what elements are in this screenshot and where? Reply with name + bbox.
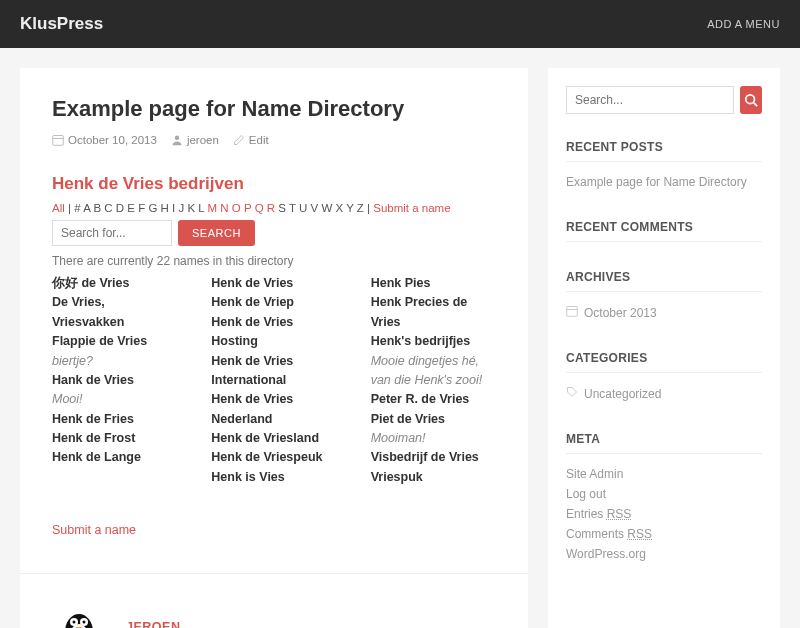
alpha-letter-B[interactable]: B xyxy=(93,202,101,214)
alpha-letter-G[interactable]: G xyxy=(148,202,157,214)
directory-name[interactable]: Henk de Vries Hosting xyxy=(211,313,336,352)
directory-name[interactable]: Peter R. de Vries xyxy=(371,390,496,409)
alpha-letter-T[interactable]: T xyxy=(289,202,296,214)
directory-name[interactable]: Mooiman! xyxy=(371,429,496,448)
directory-name[interactable]: Henk de Vriep xyxy=(211,293,336,312)
directory-search-input[interactable] xyxy=(52,220,172,246)
directory-name[interactable]: Henk de Vriesland xyxy=(211,429,336,448)
alpha-letter-F[interactable]: F xyxy=(138,202,145,214)
svg-line-13 xyxy=(754,103,758,107)
add-menu-link[interactable]: ADD A MENU xyxy=(707,18,780,30)
directory-name[interactable]: Henk de Fries xyxy=(52,410,177,429)
widget-item[interactable]: Uncategorized xyxy=(566,383,762,404)
alpha-letter-L[interactable]: L xyxy=(198,202,204,214)
directory-name[interactable]: Hank de Vries xyxy=(52,371,177,390)
alpha-letter-Q[interactable]: Q xyxy=(255,202,264,214)
post-author[interactable]: jeroen xyxy=(187,134,219,146)
avatar xyxy=(52,600,106,628)
names-column-1: 你好 de VriesDe Vries, VriesvakkenFlappie … xyxy=(52,274,177,487)
calendar-icon xyxy=(52,134,64,146)
widget-item[interactable]: WordPress.org xyxy=(566,544,762,564)
alpha-letter-P[interactable]: P xyxy=(244,202,251,214)
widget-item[interactable]: Entries RSS xyxy=(566,504,762,524)
alpha-letter-H[interactable]: H xyxy=(161,202,169,214)
site-title[interactable]: KlusPress xyxy=(20,14,103,34)
svg-point-2 xyxy=(175,136,180,141)
directory-name[interactable]: Henk de Vries Nederland xyxy=(211,390,336,429)
user-icon xyxy=(171,134,183,146)
author-name[interactable]: JEROEN xyxy=(126,620,180,628)
sidebar-search-button[interactable] xyxy=(740,86,762,114)
directory-search-button[interactable]: SEARCH xyxy=(178,220,255,246)
directory-name[interactable]: De Vries, Vriesvakken xyxy=(52,293,177,332)
post-meta: October 10, 2013 jeroen Edit xyxy=(52,134,496,146)
directory-name[interactable]: Vriespuk xyxy=(371,468,496,487)
directory-name[interactable]: Henk is Vies xyxy=(211,468,336,487)
alpha-letter-D[interactable]: D xyxy=(116,202,124,214)
directory-name[interactable]: biertje? xyxy=(52,352,177,371)
divider xyxy=(20,573,528,574)
directory-name[interactable]: Henk Pies xyxy=(371,274,496,293)
directory-name[interactable]: Henk de Frost xyxy=(52,429,177,448)
alpha-letter-I[interactable]: I xyxy=(172,202,175,214)
alpha-all[interactable]: All xyxy=(52,202,65,214)
svg-point-9 xyxy=(83,621,86,624)
alpha-letter-W[interactable]: W xyxy=(321,202,332,214)
alpha-letter-J[interactable]: J xyxy=(178,202,184,214)
svg-rect-14 xyxy=(567,307,578,317)
alpha-letter-M[interactable]: M xyxy=(208,202,218,214)
widget-item[interactable]: Site Admin xyxy=(566,464,762,484)
sidebar-search-input[interactable] xyxy=(566,86,734,114)
search-icon xyxy=(744,93,758,107)
alpha-letter-X[interactable]: X xyxy=(335,202,343,214)
submit-name-bottom[interactable]: Submit a name xyxy=(52,523,136,537)
directory-name[interactable]: Henk's bedrijfjes xyxy=(371,332,496,351)
directory-name[interactable]: Flappie de Vries xyxy=(52,332,177,351)
directory-name[interactable]: Henk de Lange xyxy=(52,448,177,467)
directory-name[interactable]: Piet de Vries xyxy=(371,410,496,429)
directory-name[interactable]: Henk de Vries International xyxy=(211,352,336,391)
submit-name-top[interactable]: Submit a name xyxy=(373,202,450,214)
directory-name[interactable]: Mooi! xyxy=(52,390,177,409)
alpha-letter-C[interactable]: C xyxy=(104,202,112,214)
alpha-letter-R[interactable]: R xyxy=(267,202,275,214)
alpha-letter-S[interactable]: S xyxy=(278,202,286,214)
widget-item[interactable]: Log out xyxy=(566,484,762,504)
directory-name[interactable]: 你好 de Vries xyxy=(52,274,177,293)
directory-name[interactable]: Visbedrijf de Vries xyxy=(371,448,496,467)
widget-categories-title: CATEGORIES xyxy=(566,351,762,373)
names-column-2: Henk de VriesHenk de VriepHenk de Vries … xyxy=(211,274,336,487)
names-column-3: Henk PiesHenk Precies de VriesHenk's bed… xyxy=(371,274,496,487)
alpha-letter-V[interactable]: V xyxy=(311,202,319,214)
directory-title: Henk de Vries bedrijven xyxy=(52,174,496,194)
directory-name[interactable]: Mooie dingetjes hé, van die Henk's zooi! xyxy=(371,352,496,391)
widget-recent-posts-title: RECENT POSTS xyxy=(566,140,762,162)
widget-item[interactable]: Comments RSS xyxy=(566,524,762,544)
edit-icon xyxy=(233,134,245,146)
alpha-letter-#[interactable]: # xyxy=(74,202,80,214)
widget-archives-title: ARCHIVES xyxy=(566,270,762,292)
edit-link[interactable]: Edit xyxy=(249,134,269,146)
alpha-letter-N[interactable]: N xyxy=(220,202,228,214)
alpha-letter-O[interactable]: O xyxy=(232,202,241,214)
alpha-letter-A[interactable]: A xyxy=(83,202,90,214)
directory-name[interactable]: Henk de Vries xyxy=(211,274,336,293)
widget-meta-title: META xyxy=(566,432,762,454)
page-title: Example page for Name Directory xyxy=(52,96,496,122)
directory-count: There are currently 22 names in this dir… xyxy=(52,254,496,268)
alpha-letter-E[interactable]: E xyxy=(127,202,135,214)
alpha-letter-Y[interactable]: Y xyxy=(346,202,353,214)
svg-point-12 xyxy=(746,95,755,104)
svg-rect-0 xyxy=(53,136,64,146)
post-date: October 10, 2013 xyxy=(68,134,157,146)
alpha-letter-K[interactable]: K xyxy=(187,202,195,214)
directory-name[interactable]: Henk Precies de Vries xyxy=(371,293,496,332)
widget-item[interactable]: October 2013 xyxy=(566,302,762,323)
widget-recent-comments-title: RECENT COMMENTS xyxy=(566,220,762,242)
alpha-letter-Z[interactable]: Z xyxy=(357,202,364,214)
widget-item[interactable]: Example page for Name Directory xyxy=(566,172,762,192)
alpha-index: All | # A B C D E F G H I J K L M N O P … xyxy=(52,202,496,214)
alpha-letter-U[interactable]: U xyxy=(299,202,307,214)
directory-name[interactable]: Henk de Vriespeuk xyxy=(211,448,336,467)
svg-point-8 xyxy=(73,621,76,624)
